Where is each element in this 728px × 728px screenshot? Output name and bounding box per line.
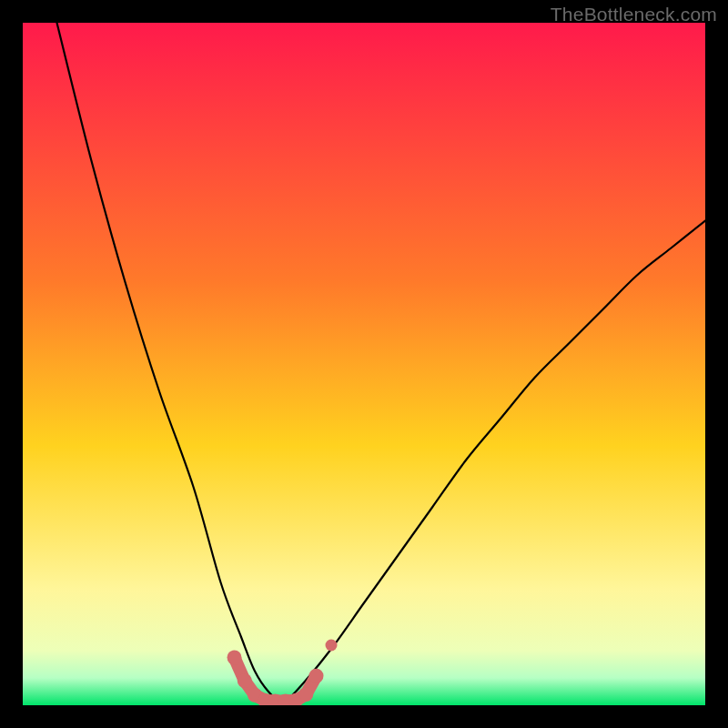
optimal-range-dot	[238, 673, 252, 688]
optimal-range-dot	[228, 651, 242, 665]
optimal-range-dot	[298, 687, 313, 702]
curve-layer	[23, 23, 705, 705]
plot-area	[23, 23, 705, 705]
optimal-range-markers	[228, 640, 338, 706]
watermark-text: TheBottleneck.com	[551, 4, 717, 25]
bottleneck-curve	[57, 23, 706, 702]
optimal-range-dot	[309, 669, 324, 683]
chart-frame: TheBottleneck.com	[0, 0, 728, 728]
optimal-range-outlier-dot	[326, 640, 338, 652]
